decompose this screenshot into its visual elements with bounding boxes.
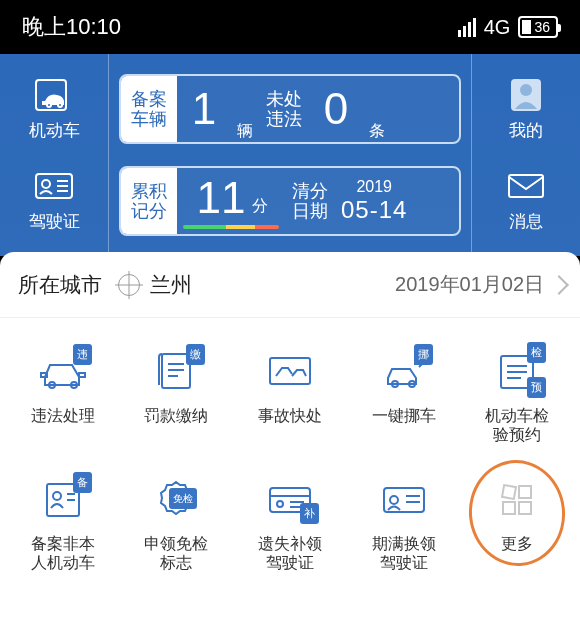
badge: 备 xyxy=(73,472,92,493)
svg-rect-40 xyxy=(519,486,531,498)
service-grid: 违 违法处理 缴 罚款缴纳 事故快处 xyxy=(0,318,580,572)
svc-violation-handle[interactable]: 违 违法处理 xyxy=(6,346,120,444)
svg-point-1 xyxy=(47,103,51,107)
svg-point-36 xyxy=(390,496,398,504)
header-mid-col: 备案 车辆 1 辆 未处 违法 0 条 累积 记分 11 分 清分 日期 201… xyxy=(108,54,472,256)
registered-vehicle-count: 1 xyxy=(177,76,231,142)
vehicle-label: 机动车 xyxy=(29,119,80,142)
svg-rect-41 xyxy=(503,502,515,514)
svc-label: 更多 xyxy=(501,534,533,553)
unhandled-violation-count: 0 xyxy=(309,76,363,142)
svg-point-32 xyxy=(277,501,283,507)
header-right-col: 我的 消息 xyxy=(472,54,580,256)
svg-point-9 xyxy=(520,84,532,96)
status-right: 4G 36 xyxy=(458,16,558,39)
location-icon xyxy=(118,274,140,296)
signal-icon xyxy=(458,18,476,37)
network-label: 4G xyxy=(484,16,511,39)
city-row-label: 所在城市 xyxy=(18,271,102,299)
vehicle-doc-icon xyxy=(33,77,75,113)
svc-label: 遗失补领 驾驶证 xyxy=(258,534,322,572)
vehicle-button[interactable]: 机动车 xyxy=(29,77,80,142)
badge: 违 xyxy=(73,344,92,365)
svc-register-other-vehicle[interactable]: 备 备案非本 人机动车 xyxy=(6,474,120,572)
messages-label: 消息 xyxy=(509,210,543,233)
svc-label: 备案非本 人机动车 xyxy=(31,534,95,572)
svc-exempt-inspection[interactable]: 免检 申领免检 标志 xyxy=(120,474,234,572)
vehicle-unit: 辆 xyxy=(231,121,259,142)
badge: 免检 xyxy=(169,488,197,509)
battery-icon: 36 xyxy=(518,16,558,38)
clear-date-monthday: 05-14 xyxy=(341,196,407,224)
svc-label: 一键挪车 xyxy=(372,406,436,425)
svc-label: 事故快处 xyxy=(258,406,322,425)
svc-lost-license[interactable]: 补 遗失补领 驾驶证 xyxy=(233,474,347,572)
svc-label: 机动车检 验预约 xyxy=(485,406,549,444)
svg-rect-10 xyxy=(509,175,543,197)
mine-label: 我的 xyxy=(509,119,543,142)
points-unit: 分 xyxy=(248,196,268,223)
svc-label: 罚款缴纳 xyxy=(144,406,208,425)
app-header: 机动车 驾驶证 备案 车辆 1 辆 未处 违法 0 条 累积 记分 11 分 xyxy=(0,54,580,256)
status-time: 晚上10:10 xyxy=(22,12,121,42)
badge: 缴 xyxy=(186,344,205,365)
svc-more[interactable]: 更多 xyxy=(460,474,574,572)
header-left-col: 机动车 驾驶证 xyxy=(0,54,108,256)
badge: 检 xyxy=(527,342,546,363)
svc-renew-license[interactable]: 期满换领 驾驶证 xyxy=(347,474,461,572)
accumulated-points-value: 11 xyxy=(194,173,248,223)
current-date: 2019年01月02日 xyxy=(395,271,544,298)
messages-button[interactable]: 消息 xyxy=(505,168,547,233)
svg-rect-13 xyxy=(41,373,47,377)
license-button[interactable]: 驾驶证 xyxy=(29,168,80,233)
chevron-right-icon xyxy=(549,275,569,295)
points-meter xyxy=(183,225,279,229)
svg-point-27 xyxy=(53,492,61,500)
svc-move-car[interactable]: 挪 一键挪车 xyxy=(347,346,461,444)
content-area: 所在城市 兰州 2019年01月02日 违 违法处理 xyxy=(0,252,580,625)
svg-rect-14 xyxy=(79,373,85,377)
clear-date-year: 2019 xyxy=(356,178,392,196)
accident-photo-icon xyxy=(264,348,316,394)
current-city: 兰州 xyxy=(150,271,192,299)
badge: 补 xyxy=(300,503,319,524)
svc-label: 违法处理 xyxy=(31,406,95,425)
user-icon xyxy=(505,77,547,113)
svg-point-4 xyxy=(42,180,50,188)
svc-fine-pay[interactable]: 缴 罚款缴纳 xyxy=(120,346,234,444)
envelope-icon xyxy=(505,168,547,204)
svg-point-2 xyxy=(58,103,62,107)
svc-inspection-reserve[interactable]: 检 预 机动车检 验预约 xyxy=(460,346,574,444)
unhandled-violation-label: 未处 违法 xyxy=(259,76,309,142)
accumulated-points-label: 累积 记分 xyxy=(121,168,177,234)
registered-vehicle-label: 备案 车辆 xyxy=(121,76,177,142)
badge: 挪 xyxy=(414,344,433,365)
license-label: 驾驶证 xyxy=(29,210,80,233)
violation-unit: 条 xyxy=(363,121,391,142)
svc-accident-quick[interactable]: 事故快处 xyxy=(233,346,347,444)
license-card-icon xyxy=(33,168,75,204)
status-bar: 晚上10:10 4G 36 xyxy=(0,0,580,54)
id-card-icon xyxy=(378,476,430,522)
svg-rect-39 xyxy=(502,485,516,499)
city-row[interactable]: 所在城市 兰州 2019年01月02日 xyxy=(0,252,580,318)
svc-label: 申领免检 标志 xyxy=(144,534,208,572)
clear-date-label: 清分 日期 xyxy=(285,168,335,234)
svc-label: 期满换领 驾驶证 xyxy=(372,534,436,572)
badge2: 预 xyxy=(527,377,546,398)
mine-button[interactable]: 我的 xyxy=(505,77,547,142)
svg-rect-42 xyxy=(519,502,531,514)
vehicle-stats-card[interactable]: 备案 车辆 1 辆 未处 违法 0 条 xyxy=(119,74,461,144)
points-stats-card[interactable]: 累积 记分 11 分 清分 日期 2019 05-14 xyxy=(119,166,461,236)
more-grid-icon xyxy=(491,476,543,522)
